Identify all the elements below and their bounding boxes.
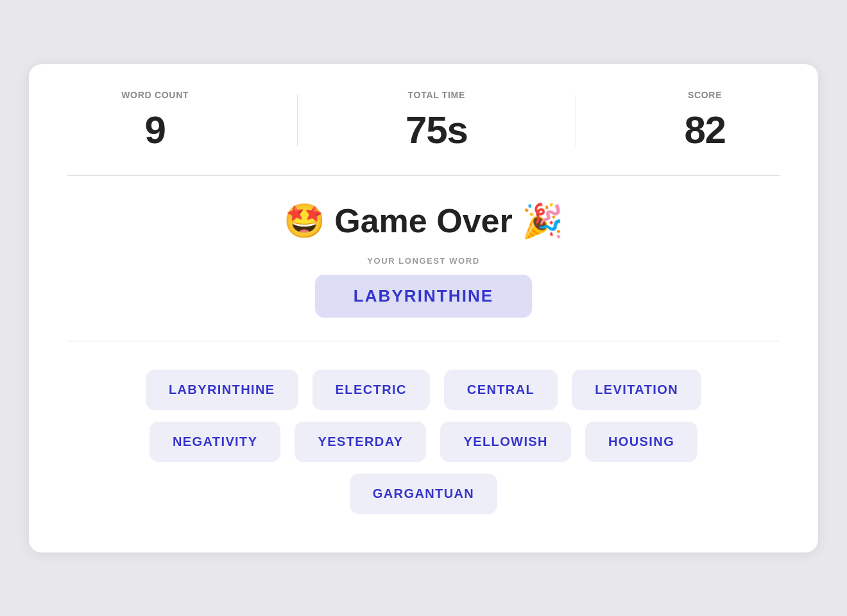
score-value: 82 — [684, 108, 725, 152]
word-badge-yesterday: YESTERDAY — [295, 422, 426, 462]
total-time-value: 75s — [406, 108, 468, 152]
word-badge-gargantuan: GARGANTUAN — [350, 474, 497, 514]
game-over-title: 🤩 Game Over 🎉 — [67, 201, 780, 241]
score-stat: SCORE 82 — [684, 90, 725, 152]
word-count-value: 9 — [121, 108, 189, 152]
game-over-section: 🤩 Game Over 🎉 YOUR LONGEST WORD LABYRINT… — [67, 176, 780, 341]
stat-divider-1 — [297, 95, 298, 146]
word-badge-housing: HOUSING — [585, 422, 697, 462]
word-badge-central: CENTRAL — [444, 370, 558, 410]
total-time-stat: TOTAL TIME 75s — [406, 90, 468, 152]
game-over-card: WORD COUNT 9 TOTAL TIME 75s SCORE 82 🤩 G… — [29, 64, 818, 552]
longest-word-label: YOUR LONGEST WORD — [67, 256, 780, 266]
words-row-2: NEGATIVITY YESTERDAY YELLOWISH HOUSING — [67, 422, 780, 462]
word-badge-levitation: LEVITATION — [572, 370, 701, 410]
words-row-3: GARGANTUAN — [67, 474, 780, 514]
stats-row: WORD COUNT 9 TOTAL TIME 75s SCORE 82 — [67, 90, 780, 176]
word-badge-electric: ELECTRIC — [312, 370, 430, 410]
words-section: LABYRINTHINE ELECTRIC CENTRAL LEVITATION… — [67, 341, 780, 514]
word-count-label: WORD COUNT — [121, 90, 189, 100]
word-badge-yellowish: YELLOWISH — [440, 422, 571, 462]
total-time-label: TOTAL TIME — [406, 90, 468, 100]
word-badge-negativity: NEGATIVITY — [150, 422, 281, 462]
word-count-stat: WORD COUNT 9 — [121, 90, 189, 152]
score-label: SCORE — [684, 90, 725, 100]
stat-divider-2 — [576, 95, 576, 146]
word-badge-labyrinthine: LABYRINTHINE — [146, 370, 298, 410]
longest-word-badge: LABYRINTHINE — [315, 275, 533, 318]
words-row-1: LABYRINTHINE ELECTRIC CENTRAL LEVITATION — [67, 370, 780, 410]
